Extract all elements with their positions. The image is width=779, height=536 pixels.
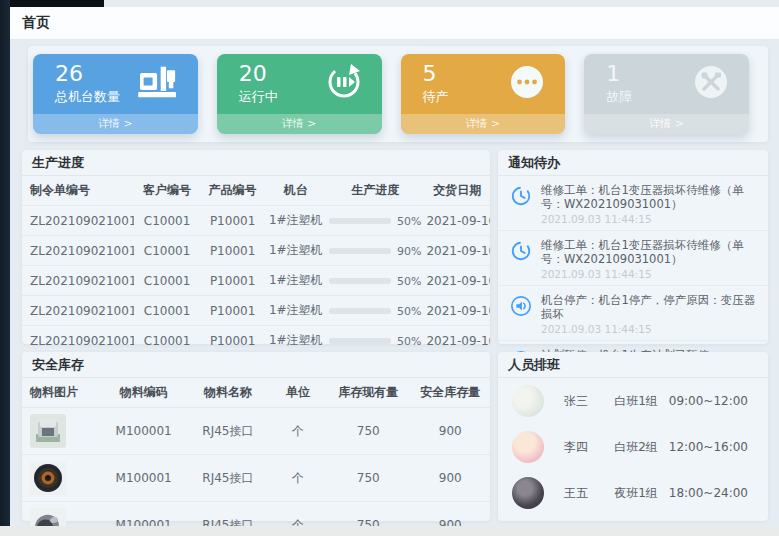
shift-label: 白班2组 bbox=[614, 439, 669, 456]
table-header-row: 制令单编号 客户编号 产品编号 机台 生产进度 交货日期 bbox=[22, 176, 490, 206]
col-stock: 库存现有量 bbox=[326, 378, 410, 408]
notification-time: 2021.09.03 11:44:15 bbox=[541, 213, 758, 225]
col-order-no: 制令单编号 bbox=[22, 176, 134, 206]
table-row: ZL202109021001 C10001 P10001 1#注塑机 90% 2… bbox=[22, 236, 490, 266]
clock-icon bbox=[510, 238, 534, 280]
table-row: M100001 RJ45接口 个 750 900 bbox=[22, 408, 490, 455]
production-progress-panel: 生产进度 制令单编号 客户编号 产品编号 机台 生产进度 交货日期 ZL2021… bbox=[22, 150, 490, 344]
panel-title-notifications: 通知待办 bbox=[498, 150, 768, 176]
stat-label: 故障 bbox=[606, 88, 632, 106]
col-unit: 单位 bbox=[270, 378, 326, 408]
card-detail-link[interactable]: 详情 > bbox=[33, 114, 198, 134]
inventory-table: 物料图片 物料编码 物料名称 单位 库存现有量 安全库存量 M100001 RJ… bbox=[22, 378, 490, 536]
stat-card-total-machines[interactable]: 26 总机台数量 详情 > bbox=[33, 54, 198, 134]
notification-item[interactable]: 机台停产：机台1停产，停产原因：变压器损坏 2021.09.03 11:44:1… bbox=[498, 286, 768, 341]
progress-bar: 50% bbox=[329, 305, 421, 318]
table-row: ZL202109021001 C10001 P10001 1#注塑机 50% 2… bbox=[22, 206, 490, 236]
stat-value: 20 bbox=[239, 62, 278, 86]
notification-item[interactable]: 维修工单：机台1变压器损坏待维修（单号：WX202109031001） 2021… bbox=[498, 176, 768, 231]
left-edge-bar bbox=[0, 0, 10, 527]
shift-time: 09:00~12:00 bbox=[669, 394, 754, 408]
personnel-schedule-panel: 人员排班 张三 白班1组 09:00~12:00 李四 白班2组 12:00~1… bbox=[498, 352, 768, 521]
col-material-code: 物料编码 bbox=[102, 378, 186, 408]
top-dark-strip bbox=[0, 0, 104, 7]
production-table: 制令单编号 客户编号 产品编号 机台 生产进度 交货日期 ZL202109021… bbox=[22, 176, 490, 355]
card-detail-link[interactable]: 详情 > bbox=[401, 114, 566, 134]
shift-time: 12:00~16:00 bbox=[669, 440, 754, 454]
avatar bbox=[512, 431, 544, 463]
speaker-icon bbox=[510, 293, 534, 335]
schedule-row: 张三 白班1组 09:00~12:00 bbox=[498, 378, 768, 424]
stat-label: 运行中 bbox=[239, 88, 278, 106]
table-row: ZL202109021001 C10001 P10001 1#注塑机 50% 2… bbox=[22, 296, 490, 326]
person-name: 张三 bbox=[564, 393, 614, 410]
stat-card-waiting[interactable]: 5 待产 详情 > bbox=[401, 54, 566, 134]
avatar bbox=[512, 385, 544, 417]
schedule-row: 李四 白班2组 12:00~16:00 bbox=[498, 424, 768, 470]
bottom-strip bbox=[0, 526, 779, 536]
col-product: 产品编号 bbox=[200, 176, 266, 206]
progress-bar: 50% bbox=[329, 275, 421, 288]
progress-bar: 50% bbox=[329, 335, 421, 348]
safety-inventory-panel: 安全库存 物料图片 物料编码 物料名称 单位 库存现有量 安全库存量 M1000… bbox=[22, 352, 490, 521]
table-row: ZL202109021001 C10001 P10001 1#注塑机 50% 2… bbox=[22, 326, 490, 356]
stat-cards-panel: 26 总机台数量 详情 > bbox=[28, 46, 768, 142]
notification-time: 2021.09.03 11:44:15 bbox=[541, 323, 758, 335]
stat-label: 总机台数量 bbox=[55, 88, 120, 106]
col-customer: 客户编号 bbox=[134, 176, 200, 206]
panel-title-production: 生产进度 bbox=[22, 150, 490, 176]
stat-value: 26 bbox=[55, 62, 120, 86]
machine-icon bbox=[136, 64, 180, 104]
stat-value: 5 bbox=[423, 62, 449, 86]
shift-time: 18:00~24:00 bbox=[669, 486, 754, 500]
page-header: 首页 bbox=[10, 7, 779, 40]
panel-title-schedule: 人员排班 bbox=[498, 352, 768, 378]
notifications-panel: 通知待办 维修工单：机台1变压器损坏待维修（单号：WX202109031001）… bbox=[498, 150, 768, 344]
person-name: 王五 bbox=[564, 485, 614, 502]
app-root: 首页 26 总机台数量 bbox=[0, 0, 779, 536]
avatar bbox=[512, 477, 544, 509]
col-machine: 机台 bbox=[265, 176, 326, 206]
card-detail-link[interactable]: 详情 > bbox=[584, 114, 749, 134]
table-row: M100001 RJ45接口 个 750 900 bbox=[22, 455, 490, 502]
stat-label: 待产 bbox=[423, 88, 449, 106]
stat-value: 1 bbox=[606, 62, 632, 86]
page-title[interactable]: 首页 bbox=[22, 14, 50, 32]
col-material-image: 物料图片 bbox=[22, 378, 102, 408]
rj45-image bbox=[30, 414, 66, 448]
table-header-row: 物料图片 物料编码 物料名称 单位 库存现有量 安全库存量 bbox=[22, 378, 490, 408]
tools-icon bbox=[691, 62, 731, 106]
schedule-row: 王五 夜班1组 18:00~24:00 bbox=[498, 470, 768, 516]
notification-item[interactable]: 维修工单：机台1变压器损坏待维修（单号：WX202109031001） 2021… bbox=[498, 231, 768, 286]
progress-bar: 50% bbox=[329, 215, 421, 228]
clock-icon bbox=[510, 183, 534, 225]
col-material-name: 物料名称 bbox=[186, 378, 270, 408]
stat-card-running[interactable]: 20 运行中 详情 > bbox=[217, 54, 382, 134]
shift-label: 夜班1组 bbox=[614, 485, 669, 502]
panel-title-inventory: 安全库存 bbox=[22, 352, 490, 378]
card-detail-link[interactable]: 详情 > bbox=[217, 114, 382, 134]
stat-card-fault[interactable]: 1 故障 详情 > bbox=[584, 54, 749, 134]
shift-label: 白班1组 bbox=[614, 393, 669, 410]
progress-bar: 90% bbox=[329, 245, 421, 258]
col-progress: 生产进度 bbox=[326, 176, 424, 206]
running-icon bbox=[324, 62, 364, 106]
col-safety-stock: 安全库存量 bbox=[410, 378, 490, 408]
person-name: 李四 bbox=[564, 439, 614, 456]
col-delivery: 交货日期 bbox=[424, 176, 490, 206]
round-speaker-image bbox=[30, 461, 66, 495]
table-row: ZL202109021001 C10001 P10001 1#注塑机 50% 2… bbox=[22, 266, 490, 296]
notification-time: 2021.09.03 11:44:15 bbox=[541, 268, 758, 280]
ellipsis-icon bbox=[507, 62, 547, 106]
